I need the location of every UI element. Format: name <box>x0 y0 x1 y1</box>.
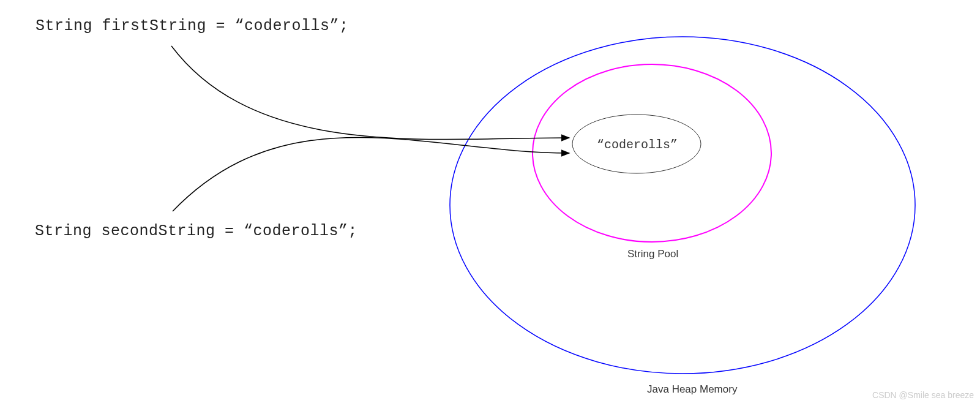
heap-label: Java Heap Memory <box>647 383 737 396</box>
watermark: CSDN @Smile sea breeze <box>872 390 974 400</box>
code-line-2: String secondString = “coderolls”; <box>35 222 357 240</box>
code-line-1: String firstString = “coderolls”; <box>36 17 349 35</box>
pool-value: “coderolls” <box>597 138 678 152</box>
heap-ellipse <box>450 37 915 374</box>
string-pool-label: String Pool <box>627 248 678 260</box>
diagram-svg <box>0 0 980 403</box>
arrow-second-string <box>173 137 569 211</box>
